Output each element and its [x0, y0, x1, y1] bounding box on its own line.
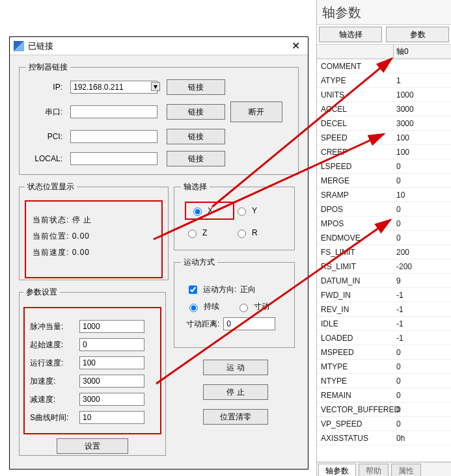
axis-z-input[interactable] — [188, 230, 197, 238]
stop-button[interactable]: 停 止 — [203, 384, 268, 400]
set-button[interactable]: 设置 — [57, 438, 128, 454]
table-row[interactable]: NTYPE0 — [317, 374, 451, 388]
param-value[interactable]: 100 — [394, 133, 451, 142]
ip-input[interactable] — [70, 81, 157, 94]
param-value[interactable]: 0 — [394, 219, 451, 228]
local-input[interactable] — [70, 152, 157, 165]
param-value[interactable]: 0 — [394, 205, 451, 214]
table-row[interactable]: DECEL3000 — [317, 116, 451, 131]
motion-mode-group: 运动方式 运动方向: 正向 持续 — [174, 257, 295, 348]
disconnect-button[interactable]: 断开 — [230, 101, 282, 122]
param-value[interactable]: 0 — [394, 233, 451, 243]
connect-pci-button[interactable]: 链接 — [167, 129, 225, 144]
table-row[interactable]: MTYPE0 — [317, 360, 451, 374]
param-value[interactable]: 0 — [394, 176, 451, 185]
table-row[interactable]: REV_IN-1 — [317, 302, 451, 317]
table-row[interactable]: VECTOR_BUFFERED0 — [317, 403, 451, 417]
table-row[interactable]: DPOS0 — [317, 202, 451, 217]
axis-x-label: X — [208, 206, 213, 215]
tab-help[interactable]: 帮助 — [359, 464, 389, 476]
axis-x-radio[interactable]: X — [190, 205, 213, 216]
runspd-input[interactable] — [79, 356, 144, 369]
table-row[interactable]: MSPEED0 — [317, 345, 451, 360]
scurve-input[interactable] — [79, 411, 144, 424]
startspd-input[interactable] — [79, 338, 144, 351]
param-value[interactable]: 0 — [394, 377, 451, 386]
direction-label: 运动方向: — [203, 284, 236, 295]
param-button[interactable]: 参数 — [386, 27, 449, 42]
param-value[interactable]: -200 — [394, 262, 451, 271]
param-value[interactable]: 3000 — [394, 105, 451, 114]
table-row[interactable]: REMAIN0 — [317, 388, 451, 403]
accel-input[interactable] — [79, 375, 144, 388]
connect-serial-button[interactable]: 链接 — [167, 104, 225, 120]
direction-checkbox[interactable] — [189, 285, 197, 294]
param-value[interactable]: 3000 — [394, 119, 451, 128]
table-row[interactable]: SPEED100 — [317, 131, 451, 145]
param-value[interactable]: 100 — [394, 148, 451, 157]
axis-r-radio[interactable]: R — [234, 228, 284, 238]
param-value[interactable]: 1 — [394, 76, 451, 85]
table-row[interactable]: AXISSTATUS0h — [317, 431, 451, 445]
axis-x-input[interactable] — [193, 207, 202, 216]
tab-props[interactable]: 属性 — [391, 464, 421, 476]
continuous-radio[interactable]: 持续 — [186, 301, 219, 312]
pulse-input[interactable] — [79, 320, 144, 333]
param-value[interactable]: 0 — [394, 405, 451, 414]
table-row[interactable]: SRAMP10 — [317, 188, 451, 202]
clear-pos-button[interactable]: 位置清零 — [203, 409, 268, 425]
chevron-down-icon[interactable]: ▾ — [151, 82, 160, 91]
param-value[interactable]: 0 — [394, 162, 451, 171]
param-value[interactable]: 200 — [394, 248, 451, 257]
axis-select-button[interactable]: 轴选择 — [319, 27, 382, 42]
table-row[interactable]: DATUM_IN9 — [317, 274, 451, 288]
decel-input[interactable] — [79, 393, 144, 406]
table-row[interactable]: MPOS0 — [317, 217, 451, 231]
table-row[interactable]: CREEP100 — [317, 145, 451, 159]
ip-combo[interactable]: ▾ — [70, 81, 161, 94]
param-value[interactable]: -1 — [394, 334, 451, 343]
table-row[interactable]: COMMENT — [317, 59, 451, 73]
table-row[interactable]: IDLE-1 — [317, 317, 451, 331]
param-value[interactable]: -1 — [394, 319, 451, 328]
param-value[interactable]: 9 — [394, 276, 451, 285]
axis-z-radio[interactable]: Z — [185, 228, 234, 238]
table-row[interactable]: RS_LIMIT-200 — [317, 259, 451, 274]
axis-y-radio[interactable]: Y — [234, 202, 284, 220]
axis-r-input[interactable] — [238, 230, 246, 238]
table-row[interactable]: ATYPE1 — [317, 73, 451, 88]
table-row[interactable]: LOADED-1 — [317, 331, 451, 345]
status-group: 状态位置显示 当前状态: 停 止 当前位置: 0.00 当前速度: 0.00 — [19, 181, 169, 280]
param-value[interactable]: 0 — [394, 362, 451, 371]
table-row[interactable]: MERGE0 — [317, 174, 451, 188]
jog-input[interactable] — [239, 304, 248, 312]
table-row[interactable]: FWD_IN-1 — [317, 288, 451, 302]
table-row[interactable]: ACCEL3000 — [317, 102, 451, 116]
connect-ip-button[interactable]: 链接 — [167, 79, 225, 95]
param-value[interactable]: -1 — [394, 305, 451, 314]
connect-local-button[interactable]: 链接 — [167, 151, 225, 166]
table-row[interactable]: ENDMOVE0 — [317, 231, 451, 245]
jog-radio[interactable]: 寸动 — [236, 301, 269, 312]
jog-dist-input[interactable] — [223, 317, 275, 330]
tab-axis-params[interactable]: 轴参数 — [318, 464, 356, 476]
table-row[interactable]: LSPEED0 — [317, 159, 451, 174]
table-row[interactable]: UNITS1000 — [317, 88, 451, 102]
param-value[interactable]: 0 — [394, 391, 451, 400]
table-row[interactable]: VP_SPEED0 — [317, 417, 451, 431]
pci-input[interactable] — [70, 130, 157, 143]
param-value[interactable]: -1 — [394, 291, 451, 300]
close-icon[interactable]: ✕ — [288, 40, 304, 52]
param-value[interactable]: 0 — [394, 419, 451, 429]
param-value[interactable]: 10 — [394, 191, 451, 200]
run-button[interactable]: 运 动 — [203, 360, 268, 375]
table-row[interactable]: FS_LIMIT200 — [317, 245, 451, 259]
serial-input[interactable] — [70, 105, 157, 118]
param-value[interactable]: 0 — [394, 348, 451, 357]
continuous-input[interactable] — [189, 304, 198, 312]
axis-y-input[interactable] — [238, 207, 246, 216]
param-value[interactable]: 0h — [394, 434, 451, 443]
decel-label: 减速度: — [30, 394, 79, 405]
param-table: COMMENTATYPE1UNITS1000ACCEL3000DECEL3000… — [317, 59, 451, 445]
param-value[interactable]: 1000 — [394, 90, 451, 99]
